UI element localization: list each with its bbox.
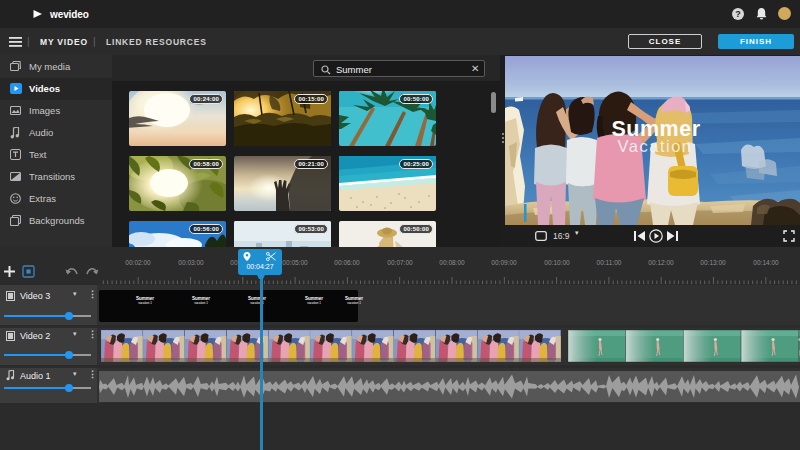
svg-text:vacation 1: vacation 1 xyxy=(194,301,208,305)
svg-text:Vacation: Vacation xyxy=(618,137,693,155)
svg-text:vacation 1: vacation 1 xyxy=(307,301,321,305)
svg-text:vacation 1: vacation 1 xyxy=(347,301,361,305)
svg-text:vacation 1: vacation 1 xyxy=(138,301,152,305)
